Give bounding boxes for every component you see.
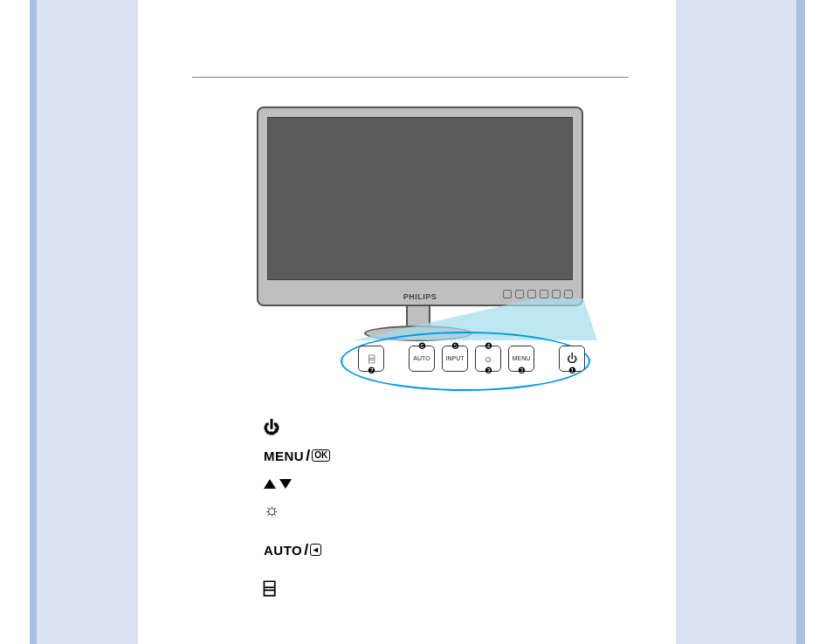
- callout-num-4: ❹: [483, 334, 493, 359]
- menu-button: MENU ❷: [508, 346, 534, 372]
- auto-text: AUTO: [264, 543, 302, 558]
- ok-badge: OK: [312, 449, 330, 462]
- icon-legend: ⏻ MENU / OK AUTO / ◂ ⌸: [264, 417, 330, 599]
- smartimage-button: ⌸ ❼: [358, 346, 384, 372]
- menu-text: MENU: [264, 449, 304, 463]
- back-badge: ◂: [310, 544, 321, 556]
- monitor-screen: [267, 117, 573, 280]
- auto-back-icon: AUTO / ◂: [264, 541, 321, 559]
- arrows-up-down-icon: [264, 479, 292, 489]
- left-stripe-light: [37, 0, 138, 644]
- power-icon: ⏻: [264, 419, 279, 437]
- callout-button-row: ⌸ ❼ AUTO ❻ INPUT ❺ ☼ ❹ ❸ MENU ❷: [358, 346, 585, 372]
- monitor-illustration: PHILIPS: [257, 106, 580, 341]
- legend-brightness: [264, 501, 330, 522]
- smartimage-icon: ⌸: [264, 577, 275, 599]
- brightness-icon: [264, 503, 281, 520]
- auto-button: AUTO ❻: [409, 346, 435, 372]
- document-page: PHILIPS ⌸ ❼ AUTO ❻ INPUT ❺: [0, 0, 833, 644]
- left-stripe-dark: [30, 0, 37, 644]
- power-button: ⏻ ❶: [559, 346, 585, 372]
- monitor-bezel-buttons: [503, 290, 573, 298]
- legend-menu: MENU / OK: [264, 445, 330, 466]
- input-button: INPUT ❺: [442, 346, 468, 372]
- legend-arrows: [264, 473, 330, 494]
- menu-ok-icon: MENU / OK: [264, 447, 330, 465]
- callout-num-2: ❷: [516, 359, 527, 383]
- right-stripe-dark: [796, 0, 805, 644]
- callout-num-6: ❻: [416, 334, 427, 359]
- callout-num-1: ❶: [567, 359, 577, 383]
- right-stripe-light: [676, 0, 796, 644]
- brightness-button: ☼ ❹ ❸: [475, 346, 501, 372]
- section-divider: [192, 77, 629, 78]
- callout-num-3: ❸: [483, 359, 493, 383]
- legend-auto: AUTO / ◂: [264, 539, 330, 560]
- monitor-neck: [406, 306, 430, 325]
- callout-num-7: ❼: [366, 359, 376, 383]
- legend-power: ⏻: [264, 417, 330, 438]
- callout-num-5: ❺: [450, 334, 460, 359]
- monitor-bezel: PHILIPS: [257, 106, 583, 306]
- legend-smartimage: ⌸: [264, 578, 330, 599]
